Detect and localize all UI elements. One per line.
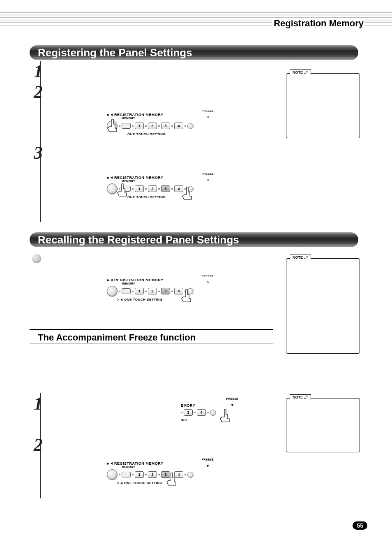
panel-diagram-recalling: REGISTRATION MEMORY MEMORY FREEZE 1 2 3 … — [107, 275, 214, 301]
triangle-icon — [120, 482, 122, 484]
reg-button-3[interactable]: 3 — [161, 123, 170, 129]
triangle-icon — [120, 299, 122, 301]
section-bar-recalling: Recalling the Registered Panel Settings — [30, 232, 358, 247]
panel-freeze-label: FREEZE — [202, 172, 214, 175]
divider-bottom — [30, 343, 273, 343]
page-header-title: Registration Memory — [272, 18, 365, 29]
panel-title-label: REGISTRATION MEMORY — [114, 113, 164, 117]
bullet-icon — [32, 254, 41, 263]
freeze-button[interactable] — [187, 472, 194, 478]
panel-freeze-label: FREEZE — [202, 275, 214, 278]
reg-button-4[interactable]: 4 — [174, 288, 183, 294]
panel-ots-label: ONE TOUCH SETTING — [124, 481, 162, 485]
blank-button[interactable] — [122, 186, 131, 192]
note-box-3: NOTE — [286, 398, 360, 452]
led-icon — [107, 114, 109, 116]
panel-memory-label: MEMORY — [122, 180, 164, 183]
pencil-icon — [304, 70, 308, 74]
step-number-3: 3 — [34, 142, 43, 163]
panel-ots-label: ONE TOUCH SETTING — [127, 195, 214, 199]
section-bar-registering: Registering the Panel Settings — [30, 45, 358, 60]
led-icon — [207, 281, 209, 283]
note-box-2: NOTE — [286, 258, 360, 354]
panel-freeze-label: FREEZE — [202, 109, 214, 112]
step-connector-line-1 — [40, 61, 41, 222]
reg-button-1[interactable]: 1 — [135, 471, 144, 478]
freeze-step-1: 1 — [34, 393, 43, 414]
led-icon — [117, 482, 119, 484]
reg-button-3[interactable]: 3 — [184, 409, 193, 416]
step-number-1: 1 — [34, 61, 43, 82]
triangle-icon — [111, 113, 113, 116]
memory-button[interactable] — [107, 469, 118, 480]
subsection-title-freeze: The Accompaniment Freeze function — [38, 332, 196, 343]
panel-ots-label: ONE TOUCH SETTING — [124, 298, 162, 301]
note-box-1: NOTE — [286, 73, 360, 138]
note-label: NOTE — [293, 255, 303, 259]
note-tab: NOTE — [290, 394, 311, 400]
note-label: NOTE — [293, 70, 303, 74]
freeze-button[interactable] — [210, 410, 216, 416]
panel-memory-label: MEMORY — [122, 466, 164, 468]
memory-button[interactable] — [107, 120, 118, 131]
reg-button-4[interactable]: 4 — [174, 123, 183, 129]
led-icon — [207, 179, 209, 181]
panel-title-label: REGISTRATION MEMORY — [114, 176, 164, 180]
reg-button-4[interactable]: 4 — [174, 471, 183, 478]
blank-button[interactable] — [122, 472, 131, 477]
freeze-button[interactable] — [187, 288, 194, 294]
reg-button-3[interactable]: 3 — [161, 471, 170, 478]
led-icon — [207, 465, 209, 467]
reg-button-2[interactable]: 2 — [148, 123, 157, 129]
section-title-registering: Registering the Panel Settings — [38, 46, 192, 59]
reg-button-4[interactable]: 4 — [174, 185, 183, 192]
triangle-icon — [111, 176, 113, 179]
panel-diagram-freeze-partial: EMORY FREEZE 3 4 ING — [181, 397, 238, 422]
note-tab: NOTE — [290, 69, 311, 75]
reg-button-1[interactable]: 1 — [135, 288, 144, 294]
reg-button-2[interactable]: 2 — [148, 185, 157, 192]
reg-button-1[interactable]: 1 — [135, 123, 144, 129]
triangle-icon — [111, 279, 113, 281]
reg-button-3[interactable]: 3 — [161, 288, 170, 294]
step-connector-line-2 — [40, 393, 41, 498]
led-icon — [107, 279, 109, 281]
page-number-badge: 55 — [353, 521, 367, 530]
panel-title-label: REGISTRATION MEMORY — [114, 278, 164, 282]
blank-button[interactable] — [122, 123, 131, 129]
divider-top — [30, 329, 273, 330]
panel-freeze-label: FREEZE — [226, 397, 238, 400]
panel-ots-label: ONE TOUCH SETTING — [127, 132, 214, 136]
reg-button-1[interactable]: 1 — [135, 185, 144, 192]
pencil-icon — [304, 395, 308, 399]
freeze-step-2: 2 — [34, 434, 43, 455]
reg-button-2[interactable]: 2 — [148, 471, 157, 478]
note-label: NOTE — [293, 395, 303, 399]
memory-button[interactable] — [107, 286, 118, 296]
freeze-button[interactable] — [187, 123, 194, 129]
panel-title-partial: EMORY — [181, 403, 195, 408]
panel-ots-partial: ING — [181, 418, 238, 422]
section-title-recalling: Recalling the Registered Panel Settings — [38, 234, 239, 246]
panel-diagram-step2: REGISTRATION MEMORY MEMORY FREEZE 1 2 3 … — [107, 109, 214, 136]
triangle-icon — [111, 462, 113, 465]
step-number-2: 2 — [34, 81, 43, 102]
reg-button-4[interactable]: 4 — [197, 409, 206, 416]
panel-freeze-label: FREEZE — [202, 458, 214, 461]
led-icon — [117, 299, 119, 301]
panel-memory-label: MEMORY — [122, 282, 164, 285]
reg-button-3[interactable]: 3 — [161, 185, 170, 192]
note-tab: NOTE — [290, 255, 311, 260]
freeze-button[interactable] — [187, 186, 194, 192]
panel-diagram-step3: REGISTRATION MEMORY MEMORY FREEZE 1 2 3 … — [107, 172, 214, 199]
blank-button[interactable] — [122, 288, 131, 294]
led-icon — [107, 463, 109, 465]
panel-memory-label: MEMORY — [122, 117, 164, 120]
led-icon — [207, 116, 209, 118]
pencil-icon — [304, 255, 308, 259]
memory-button[interactable] — [107, 183, 118, 194]
reg-button-2[interactable]: 2 — [148, 288, 157, 294]
panel-title-label: REGISTRATION MEMORY — [114, 461, 164, 466]
panel-diagram-freeze-full: REGISTRATION MEMORY MEMORY FREEZE 1 2 3 … — [107, 458, 214, 485]
led-icon — [231, 404, 233, 406]
